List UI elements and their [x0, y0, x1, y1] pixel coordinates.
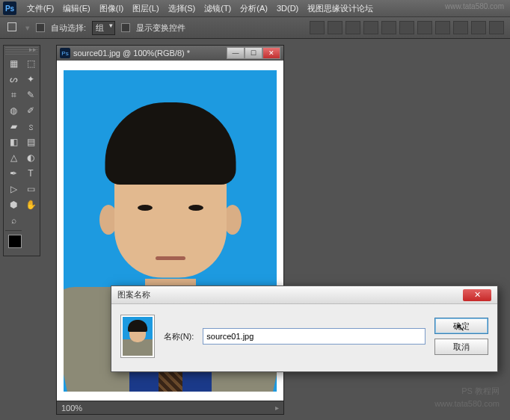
menu-bar: Ps 文件(F) 编辑(E) 图像(I) 图层(L) 选择(S) 滤镜(T) 分…	[0, 0, 510, 16]
minimize-button[interactable]: —	[227, 47, 245, 59]
dialog-titlebar[interactable]: 图案名称 ✕	[111, 286, 497, 304]
dodge-tool[interactable]: ◐	[22, 150, 39, 165]
marquee-tool[interactable]: ⬚	[22, 56, 39, 71]
shape-tool[interactable]: ▭	[22, 182, 39, 197]
distribute-icon[interactable]	[453, 21, 468, 34]
wand-tool[interactable]: ✦	[22, 72, 39, 87]
pen-tool[interactable]: ✒	[5, 166, 22, 181]
auto-select-checkbox[interactable]	[36, 23, 45, 32]
eraser-tool[interactable]: ◧	[5, 135, 22, 149]
workspace: ▦⬚ᔕ✦⌗✎◍✐▰ჽ◧▤△◐✒T▷▭⬢✋⌕ Ps source01.jpg @ …	[0, 39, 510, 420]
stamp-tool[interactable]: ▰	[5, 119, 22, 134]
move-tool-icon[interactable]	[6, 21, 19, 34]
menu-filter[interactable]: 滤镜(T)	[200, 3, 236, 14]
menu-file[interactable]: 文件(F)	[22, 3, 58, 14]
status-bar: 100%	[57, 401, 283, 414]
dialog-title: 图案名称	[117, 289, 150, 300]
align-icon[interactable]	[328, 21, 342, 34]
menu-image[interactable]: 图像(I)	[95, 3, 128, 14]
footer-watermark: PS 教程网 www.tata580.com	[434, 385, 500, 411]
lasso-tool[interactable]: ᔕ	[5, 72, 22, 87]
path-tool[interactable]: ▷	[5, 182, 22, 197]
align-icon[interactable]	[345, 21, 360, 34]
align-icon[interactable]	[381, 21, 396, 34]
menu-view[interactable]: 视图思缘设计论坛	[303, 3, 378, 14]
menu-layer[interactable]: 图层(L)	[128, 3, 163, 14]
color-swatches[interactable]	[5, 233, 39, 254]
watermark-url: www.tata580.com	[445, 2, 504, 10]
distribute-icon[interactable]	[471, 21, 486, 34]
close-button[interactable]: ✕	[262, 47, 280, 59]
menu-analysis[interactable]: 分析(A)	[236, 3, 272, 14]
show-transform-label: 显示变换控件	[136, 22, 185, 34]
blur-tool[interactable]: △	[5, 150, 22, 165]
hand-tool[interactable]: ✋	[22, 197, 39, 212]
maximize-button[interactable]: ☐	[245, 47, 262, 59]
distribute-icon[interactable]	[489, 21, 504, 34]
grad-tool[interactable]: ▤	[22, 135, 39, 149]
auto-select-label: 自动选择:	[51, 22, 86, 34]
crop-tool[interactable]: ⌗	[5, 87, 22, 102]
eyedrop-tool[interactable]: ✎	[22, 87, 39, 102]
align-icon[interactable]	[363, 21, 378, 34]
pattern-thumbnail	[120, 315, 155, 358]
menu-3d[interactable]: 3D(D)	[272, 4, 303, 13]
move-tool[interactable]: ▦	[5, 56, 22, 71]
dialog-close-button[interactable]: ✕	[463, 289, 491, 301]
name-label: 名称(N):	[164, 331, 194, 342]
zoom-level[interactable]: 100%	[61, 404, 82, 413]
auto-select-dropdown[interactable]: 组	[92, 21, 115, 35]
menu-edit[interactable]: 编辑(E)	[58, 3, 95, 14]
show-transform-checkbox[interactable]	[121, 23, 130, 32]
toolbox: ▦⬚ᔕ✦⌗✎◍✐▰ჽ◧▤△◐✒T▷▭⬢✋⌕	[3, 45, 40, 256]
name-input[interactable]	[203, 328, 425, 345]
pattern-name-dialog: 图案名称 ✕ 名称(N): 确定 取消	[111, 285, 498, 372]
ps-icon: Ps	[60, 48, 70, 58]
cancel-button[interactable]: 取消	[434, 339, 488, 355]
distribute-icon[interactable]	[435, 21, 450, 34]
menu-select[interactable]: 选择(S)	[164, 3, 200, 14]
options-bar: ▾ 自动选择: 组 显示变换控件	[0, 16, 510, 39]
distribute-icon[interactable]	[417, 21, 432, 34]
tool-separator	[5, 230, 22, 231]
brush-tool[interactable]: ✐	[22, 103, 39, 118]
document-title: source01.jpg @ 100%(RGB/8) *	[73, 49, 190, 58]
toolbox-grip[interactable]	[5, 47, 38, 55]
document-titlebar[interactable]: Ps source01.jpg @ 100%(RGB/8) * — ☐ ✕	[57, 46, 283, 61]
app-logo: Ps	[3, 1, 16, 15]
zoom-tool[interactable]: ⌕	[5, 213, 22, 228]
align-icon[interactable]	[310, 21, 325, 34]
type-tool[interactable]: T	[22, 166, 39, 181]
threeD-tool[interactable]: ⬢	[5, 197, 22, 212]
align-icon[interactable]	[399, 21, 414, 34]
history-tool[interactable]: ჽ	[22, 119, 39, 134]
ok-button[interactable]: 确定	[434, 318, 488, 334]
heal-tool[interactable]: ◍	[5, 103, 22, 118]
